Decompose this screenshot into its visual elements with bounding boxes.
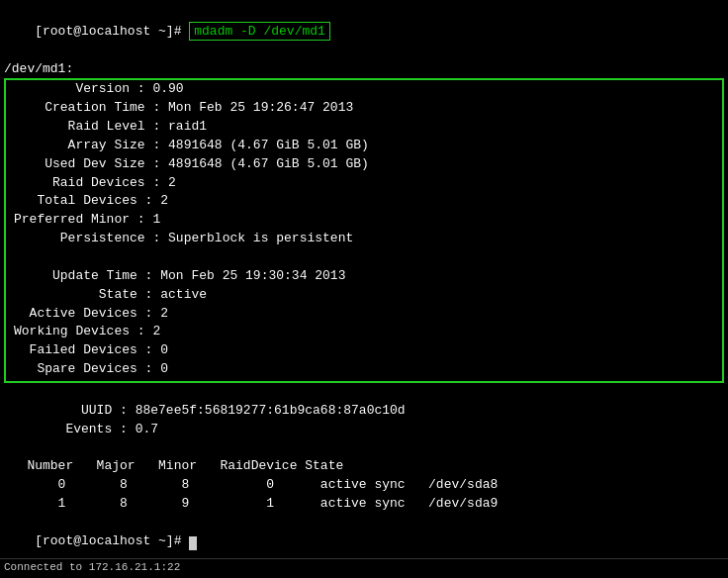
status-bar: Connected to 172.16.21.1:22 — [0, 558, 728, 578]
raid-devices-line: Raid Devices : 2 — [10, 174, 718, 193]
preferred-minor-line: Preferred Minor : 1 — [10, 211, 718, 230]
blank-line2 — [0, 383, 728, 402]
spare-devices-line: Spare Devices : 0 — [10, 360, 718, 379]
raid-level-line: Raid Level : raid1 — [10, 118, 718, 137]
blank-line3 — [0, 438, 728, 457]
cursor — [189, 536, 197, 550]
used-dev-size-line: Used Dev Size : 4891648 (4.67 GiB 5.01 G… — [10, 155, 718, 174]
table-header-line: Number Major Minor RaidDevice State — [0, 457, 728, 476]
events-line: Events : 0.7 — [0, 421, 728, 439]
table-row1: 1 8 9 1 active sync /dev/sda9 — [0, 495, 728, 514]
terminal: [root@localhost ~]# mdadm -D /dev/md1 /d… — [0, 0, 728, 554]
persistence-line: Persistence : Superblock is persistent — [10, 230, 718, 248]
md-info-box: Version : 0.90 Creation Time : Mon Feb 2… — [4, 78, 724, 383]
total-devices-line: Total Devices : 2 — [10, 192, 718, 211]
command-box: mdadm -D /dev/md1 — [189, 22, 330, 41]
prompt2-line: [root@localhost ~]# — [0, 514, 728, 554]
creation-time-line: Creation Time : Mon Feb 25 19:26:47 2013 — [10, 99, 718, 118]
prompt1: [root@localhost ~]# — [35, 24, 189, 39]
state-line: State : active — [10, 286, 718, 305]
working-devices-line: Working Devices : 2 — [10, 323, 718, 341]
command-line: [root@localhost ~]# mdadm -D /dev/md1 — [0, 4, 728, 60]
failed-devices-line: Failed Devices : 0 — [10, 341, 718, 360]
uuid-line: UUID : 88e7ee5f:56819277:61b9ca68:87a0c1… — [0, 402, 728, 421]
version-line: Version : 0.90 — [10, 80, 718, 99]
array-size-line: Array Size : 4891648 (4.67 GiB 5.01 GB) — [10, 137, 718, 155]
table-row0: 0 8 8 0 active sync /dev/sda8 — [0, 476, 728, 495]
active-devices-line: Active Devices : 2 — [10, 305, 718, 324]
update-time-line: Update Time : Mon Feb 25 19:30:34 2013 — [10, 267, 718, 286]
device-line: /dev/md1: — [0, 60, 728, 79]
prompt2: [root@localhost ~]# — [35, 533, 189, 548]
status-text: Connected to 172.16.21.1:22 — [4, 561, 180, 573]
blank-line1 — [10, 248, 718, 267]
